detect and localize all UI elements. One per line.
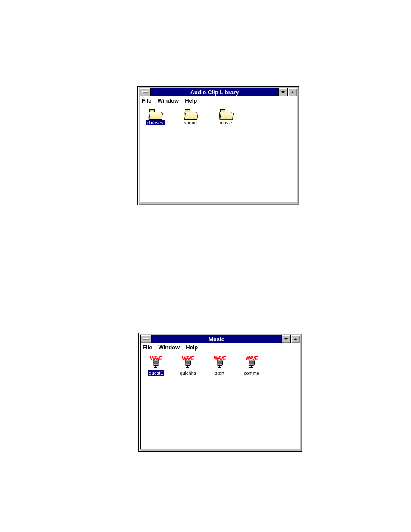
window-title: Audio Clip Library	[151, 88, 278, 96]
folder-item-phrases[interactable]: phrases	[143, 109, 167, 125]
wave-file-icon: WAVE	[243, 356, 260, 369]
maximize-button[interactable]	[288, 88, 297, 96]
system-menu-button[interactable]	[140, 335, 152, 343]
wave-file-icon: WAVE	[179, 356, 196, 369]
menu-file-rest: ile	[146, 344, 152, 351]
maximize-icon	[294, 338, 297, 340]
wave-file-icon: WAVE	[147, 356, 165, 369]
folder-icon	[219, 109, 232, 119]
titlebar: Audio Clip Library	[140, 88, 297, 96]
menu-help[interactable]: Help	[186, 344, 198, 351]
menu-help-rest: elp	[189, 97, 197, 104]
system-menu-button[interactable]	[140, 88, 151, 96]
minimize-button[interactable]	[281, 335, 291, 343]
window-audio-clip-library: Audio Clip Library File Window Help phra…	[137, 86, 299, 205]
menubar: File Window Help	[140, 343, 300, 352]
maximize-button[interactable]	[291, 335, 300, 343]
microphone-icon	[249, 360, 255, 368]
menu-file[interactable]: File	[143, 344, 152, 351]
menu-help[interactable]: Help	[185, 97, 197, 104]
folder-item-music[interactable]: music	[214, 109, 237, 125]
folder-icon	[149, 109, 162, 119]
client-area[interactable]: WAVE quest1 WAVE quichits WAVE start WAV…	[140, 352, 300, 449]
titlebar: Music	[140, 335, 300, 343]
wave-label: start	[214, 370, 225, 376]
menu-file-rest: ile	[145, 97, 151, 104]
microphone-icon	[217, 360, 223, 368]
wave-label: quichits	[179, 370, 196, 376]
folder-icon	[184, 109, 197, 119]
menu-file[interactable]: File	[142, 97, 151, 104]
folder-label: phrases	[146, 120, 164, 125]
minimize-icon	[281, 91, 285, 93]
wave-item-comma[interactable]: WAVE comma	[240, 356, 263, 376]
minimize-icon	[284, 338, 288, 340]
folder-item-sound[interactable]: sound	[179, 109, 202, 125]
wave-item-quichits[interactable]: WAVE quichits	[176, 356, 199, 376]
menu-window[interactable]: Window	[157, 97, 179, 104]
window-title: Music	[152, 335, 281, 343]
window-music: Music File Window Help WAVE quest1 WAVE …	[138, 333, 302, 452]
menu-window-rest: indow	[164, 344, 180, 351]
menubar: File Window Help	[140, 96, 297, 105]
minimize-button[interactable]	[278, 88, 288, 96]
microphone-icon	[185, 360, 191, 368]
microphone-icon	[153, 360, 159, 368]
menu-help-rest: elp	[190, 344, 198, 351]
client-area[interactable]: phrases sound music	[140, 105, 297, 202]
folder-label: sound	[183, 120, 198, 125]
menu-window-rest: indow	[163, 97, 179, 104]
menu-window[interactable]: Window	[158, 344, 180, 351]
wave-label: quest1	[148, 370, 164, 376]
maximize-icon	[291, 91, 294, 93]
wave-label: comma	[243, 370, 260, 376]
folder-label: music	[219, 120, 233, 125]
wave-item-start[interactable]: WAVE start	[208, 356, 231, 376]
wave-file-icon: WAVE	[211, 356, 228, 369]
wave-item-quest1[interactable]: WAVE quest1	[144, 356, 168, 376]
